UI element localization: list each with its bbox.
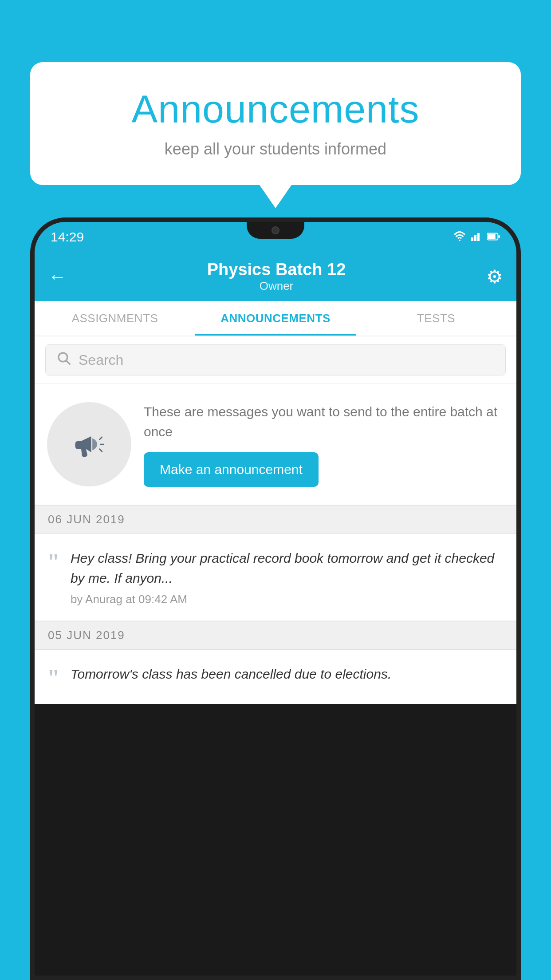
svg-rect-6 — [498, 235, 500, 238]
speech-bubble-container: Announcements keep all your students inf… — [30, 62, 521, 185]
svg-line-8 — [67, 361, 71, 365]
speech-bubble: Announcements keep all your students inf… — [30, 62, 521, 185]
svg-point-0 — [459, 239, 460, 241]
announcement-item-2[interactable]: " Tomorrow's class has been cancelled du… — [35, 650, 516, 704]
search-placeholder: Search — [79, 352, 123, 368]
battery-icon — [487, 230, 500, 244]
megaphone-icon — [69, 424, 109, 464]
status-bar: 14:29 — [35, 222, 516, 252]
make-announcement-button[interactable]: Make an announcement — [144, 452, 319, 487]
tab-tests[interactable]: TESTS — [356, 301, 516, 336]
app-header: ← Physics Batch 12 Owner ⚙ — [35, 252, 516, 301]
speech-bubble-subtitle: keep all your students informed — [57, 140, 494, 158]
svg-line-11 — [99, 449, 102, 451]
announcement-meta-1: by Anurag at 09:42 AM — [71, 593, 504, 606]
header-title-container: Physics Batch 12 Owner — [67, 260, 486, 293]
header-title: Physics Batch 12 — [67, 260, 486, 279]
camera-notch — [272, 226, 279, 234]
tabs-container: ASSIGNMENTS ANNOUNCEMENTS TESTS — [35, 301, 516, 336]
announcement-content-2: Tomorrow's class has been cancelled due … — [71, 664, 504, 688]
tab-announcements[interactable]: ANNOUNCEMENTS — [195, 301, 356, 336]
settings-icon[interactable]: ⚙ — [486, 266, 503, 288]
promo-right: These are messages you want to send to t… — [144, 402, 504, 487]
phone-frame: 14:29 — [30, 217, 521, 980]
wifi-icon — [453, 230, 466, 244]
svg-rect-2 — [474, 235, 476, 241]
svg-rect-3 — [477, 233, 480, 241]
date-separator-2: 05 JUN 2019 — [35, 621, 516, 650]
search-icon — [56, 351, 71, 369]
promo-icon-circle — [47, 402, 131, 486]
svg-rect-1 — [471, 237, 473, 241]
svg-rect-5 — [488, 234, 496, 239]
announcement-item-1[interactable]: " Hey class! Bring your practical record… — [35, 534, 516, 621]
signal-icon — [471, 230, 482, 244]
date-separator-1: 06 JUN 2019 — [35, 505, 516, 534]
svg-line-9 — [99, 437, 102, 439]
promo-section: These are messages you want to send to t… — [35, 384, 516, 505]
announcement-content-1: Hey class! Bring your practical record b… — [71, 548, 504, 606]
app-body: Search These are messages you want to se… — [35, 336, 516, 704]
promo-description: These are messages you want to send to t… — [144, 402, 504, 442]
quote-icon-1: " — [47, 551, 60, 574]
status-time: 14:29 — [51, 229, 84, 245]
svg-point-7 — [59, 353, 67, 362]
announcement-text-2: Tomorrow's class has been cancelled due … — [71, 664, 504, 684]
header-subtitle: Owner — [67, 279, 486, 293]
quote-icon-2: " — [47, 667, 60, 690]
tab-assignments[interactable]: ASSIGNMENTS — [35, 301, 195, 336]
search-bar-container: Search — [35, 336, 516, 384]
search-bar[interactable]: Search — [45, 344, 506, 375]
status-icons — [453, 230, 500, 244]
speech-bubble-title: Announcements — [57, 87, 494, 132]
back-button[interactable]: ← — [48, 266, 67, 287]
announcement-text-1: Hey class! Bring your practical record b… — [71, 548, 504, 588]
notch — [247, 222, 304, 239]
